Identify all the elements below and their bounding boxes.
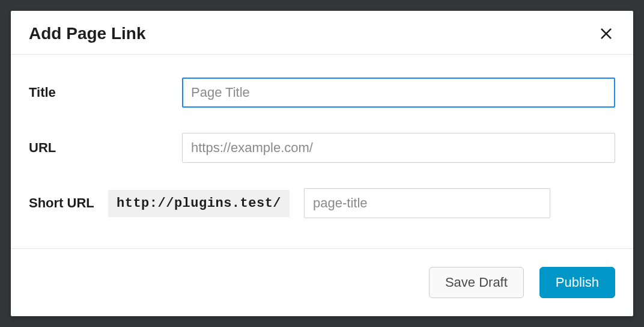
modal-title: Add Page Link — [29, 24, 145, 43]
url-label: URL — [29, 140, 182, 156]
title-row: Title — [29, 78, 615, 108]
modal-body: Title URL Short URL http://plugins.test/ — [11, 55, 633, 248]
short-url-row: Short URL http://plugins.test/ — [29, 188, 615, 218]
close-button[interactable] — [597, 25, 615, 43]
short-url-input[interactable] — [304, 188, 550, 218]
url-row: URL — [29, 133, 615, 163]
short-url-prefix: http://plugins.test/ — [108, 190, 290, 217]
title-label: Title — [29, 85, 182, 100]
publish-button[interactable]: Publish — [539, 267, 615, 298]
modal-footer: Save Draft Publish — [11, 248, 633, 316]
save-draft-button[interactable]: Save Draft — [429, 267, 524, 298]
title-input[interactable] — [182, 78, 615, 108]
modal-header: Add Page Link — [11, 11, 633, 55]
url-input[interactable] — [182, 133, 615, 163]
close-icon — [600, 27, 613, 40]
add-page-link-modal: Add Page Link Title URL Short URL http:/… — [11, 11, 633, 316]
short-url-label: Short URL — [29, 195, 108, 211]
